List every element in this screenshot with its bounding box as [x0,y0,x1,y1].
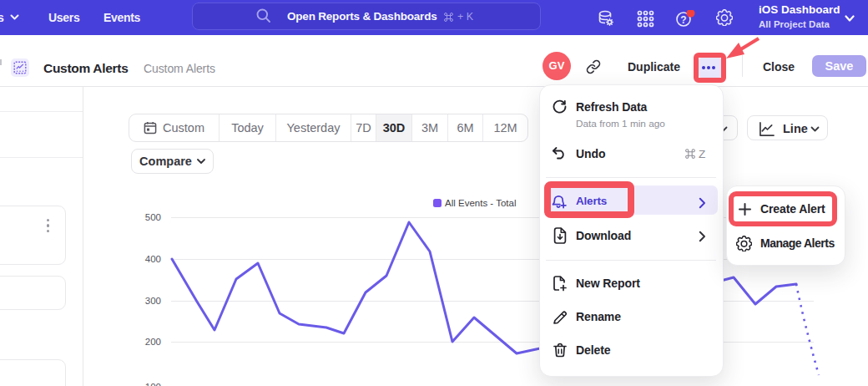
svg-text:?: ? [680,14,686,26]
